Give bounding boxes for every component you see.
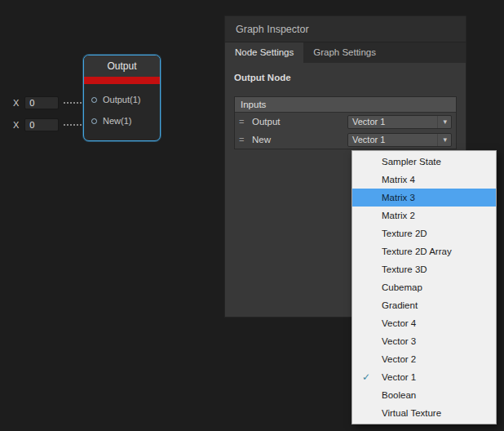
dropdown-item-label: Vector 1: [382, 372, 416, 382]
dropdown-item-label: Matrix 3: [382, 193, 415, 202]
dropdown-item[interactable]: ✓Matrix 3: [352, 189, 496, 207]
dropdown-item[interactable]: ✓Texture 2D: [352, 224, 496, 242]
dropdown-item-label: Boolean: [382, 390, 416, 400]
port-label: Output(1): [103, 95, 140, 104]
dropdown-item-label: Virtual Texture: [382, 408, 441, 418]
port-row-output[interactable]: Output(1): [84, 89, 160, 110]
inspector-body: Output Node Inputs = Output Vector 1 ▾ =…: [225, 63, 466, 149]
input-row-new: = New Vector 1 ▾: [235, 131, 456, 149]
input-row-output: = Output Vector 1 ▾: [235, 113, 456, 131]
dropdown-item[interactable]: ✓Cubemap: [352, 278, 496, 296]
dropdown-item[interactable]: ✓Boolean: [352, 386, 496, 404]
dropdown-item[interactable]: ✓Texture 3D: [352, 260, 496, 278]
drag-handle-icon[interactable]: =: [239, 135, 252, 144]
input-label: New: [252, 135, 271, 144]
dropdown-item-label: Vector 3: [382, 336, 416, 346]
node-status-bar: [84, 77, 160, 84]
dropdown-item[interactable]: ✓Matrix 2: [352, 207, 496, 224]
section-title: Output Node: [234, 73, 457, 82]
dropdown-item-label: Texture 2D: [382, 229, 427, 238]
input-label: Output: [252, 117, 281, 127]
port-icon[interactable]: [91, 118, 97, 124]
dropdown-value: Vector 1: [352, 117, 385, 127]
dropdown-value: Vector 1: [352, 135, 385, 144]
shader-graph-canvas: X 0 X 0 Output Output(1) New(1) Graph In…: [0, 0, 504, 431]
inspector-tabs: Node Settings Graph Settings: [225, 42, 466, 63]
tab-node-settings[interactable]: Node Settings: [225, 42, 303, 63]
chevron-down-icon: ▾: [437, 116, 447, 128]
dropdown-item-label: Texture 2D Array: [382, 247, 452, 256]
drag-handle-icon[interactable]: =: [239, 117, 252, 127]
port-icon[interactable]: [91, 97, 97, 103]
chevron-down-icon: ▾: [437, 134, 447, 146]
dropdown-item[interactable]: ✓Vector 1: [352, 368, 496, 386]
dropdown-item-label: Vector 4: [382, 318, 416, 328]
type-dropdown-new[interactable]: Vector 1 ▾: [347, 133, 452, 147]
dropdown-item[interactable]: ✓Gradient: [352, 296, 496, 314]
node-title: Output: [84, 56, 160, 77]
dropdown-item-label: Texture 3D: [382, 264, 427, 274]
inputs-list: Inputs = Output Vector 1 ▾ = New Vector …: [234, 96, 457, 149]
type-dropdown-menu: ✓Sampler State ✓Matrix 4 ✓Matrix 3 ✓Matr…: [351, 150, 497, 424]
output-node[interactable]: Output Output(1) New(1): [83, 55, 161, 141]
x-value-field[interactable]: 0: [24, 96, 59, 109]
node-ports: Output(1) New(1): [84, 84, 160, 131]
dropdown-item[interactable]: ✓Virtual Texture: [352, 404, 496, 422]
tab-graph-settings[interactable]: Graph Settings: [303, 42, 386, 63]
dropdown-item[interactable]: ✓Sampler State: [352, 153, 496, 171]
dropdown-item[interactable]: ✓Vector 2: [352, 350, 496, 368]
port-label: New(1): [103, 116, 131, 126]
dropdown-item-label: Sampler State: [382, 157, 441, 167]
inputs-list-header: Inputs: [235, 97, 456, 113]
dropdown-item[interactable]: ✓Matrix 4: [352, 171, 496, 189]
panel-title: Graph Inspector: [225, 16, 466, 42]
dropdown-item[interactable]: ✓Vector 4: [352, 314, 496, 332]
x-value-field[interactable]: 0: [24, 118, 59, 131]
dropdown-item-label: Gradient: [382, 300, 418, 310]
dropdown-item-label: Cubemap: [382, 282, 422, 292]
dropdown-item-label: Vector 2: [382, 354, 416, 364]
checkmark-icon: ✓: [362, 371, 370, 383]
dropdown-item[interactable]: ✓Vector 3: [352, 332, 496, 350]
dropdown-item-label: Matrix 4: [382, 175, 415, 184]
port-row-new[interactable]: New(1): [84, 110, 160, 131]
x-field-label: X: [13, 120, 19, 130]
port-input-row: X 0: [13, 118, 59, 132]
dropdown-item-label: Matrix 2: [382, 211, 415, 220]
x-field-label: X: [13, 98, 19, 108]
port-input-row: X 0: [13, 96, 59, 110]
dropdown-item[interactable]: ✓Texture 2D Array: [352, 242, 496, 260]
type-dropdown-output[interactable]: Vector 1 ▾: [347, 115, 452, 129]
